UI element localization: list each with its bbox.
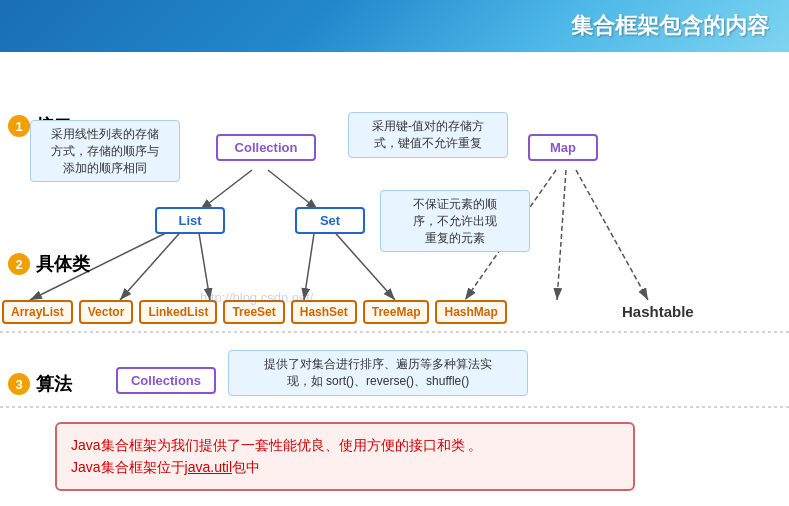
list-box: List xyxy=(155,207,225,234)
svg-line-8 xyxy=(304,227,315,300)
impl-vector: Vector xyxy=(79,300,134,324)
tooltip-set: 不保证元素的顺序，不允许出现重复的元素 xyxy=(380,190,530,252)
info-line2: Java集合框架位于java.util包中 xyxy=(71,456,619,478)
collections-box: Collections xyxy=(116,367,216,394)
tooltip-map: 采用键-值对的存储方式，键值不允许重复 xyxy=(348,112,508,158)
tooltip-set-text: 不保证元素的顺序，不允许出现重复的元素 xyxy=(413,197,497,245)
svg-line-3 xyxy=(200,170,252,210)
svg-line-12 xyxy=(576,170,648,300)
impl-arraylist: ArrayList xyxy=(2,300,73,324)
collection-box: Collection xyxy=(216,134,316,161)
tooltip-list-text: 采用线性列表的存储方式，存储的顺序与添加的顺序相同 xyxy=(51,127,159,175)
impl-hashmap: HashMap xyxy=(435,300,506,324)
header-title: 集合框架包含的内容 xyxy=(571,11,769,41)
tooltip-algo: 提供了对集合进行排序、遍历等多种算法实现，如 sort()、reverse()、… xyxy=(228,350,528,396)
main-content: 1 接口 采用线性列表的存储方式，存储的顺序与添加的顺序相同 Collectio… xyxy=(0,52,789,506)
svg-line-7 xyxy=(198,227,210,300)
map-box: Map xyxy=(528,134,598,161)
header: 集合框架包含的内容 xyxy=(0,0,789,52)
info-box: Java集合框架为我们提供了一套性能优良、使用方便的接口和类 。 Java集合框… xyxy=(55,422,635,491)
impl-linkedlist: LinkedList xyxy=(139,300,217,324)
svg-line-6 xyxy=(120,227,185,300)
tooltip-map-text: 采用键-值对的存储方式，键值不允许重复 xyxy=(372,119,484,150)
impl-hashtable: Hashtable xyxy=(622,300,694,323)
info-line2-suffix: 包中 xyxy=(232,459,260,475)
impl-treeset: TreeSet xyxy=(223,300,284,324)
section-3-text: 算法 xyxy=(36,372,72,396)
section-3-label: 3 算法 xyxy=(8,372,72,396)
implementations-row: ArrayList Vector LinkedList TreeSet Hash… xyxy=(2,300,507,324)
tooltip-algo-text: 提供了对集合进行排序、遍历等多种算法实现，如 sort()、reverse()、… xyxy=(264,357,492,388)
impl-hashset: HashSet xyxy=(291,300,357,324)
section-2-text: 具体类 xyxy=(36,252,90,276)
impl-treemap: TreeMap xyxy=(363,300,430,324)
info-line2-link: java.util xyxy=(185,459,232,475)
svg-line-4 xyxy=(268,170,318,210)
tooltip-list: 采用线性列表的存储方式，存储的顺序与添加的顺序相同 xyxy=(30,120,180,182)
section-3-num: 3 xyxy=(8,373,30,395)
svg-line-11 xyxy=(557,170,566,300)
info-line1: Java集合框架为我们提供了一套性能优良、使用方便的接口和类 。 xyxy=(71,434,619,456)
section-1-num: 1 xyxy=(8,115,30,137)
set-box: Set xyxy=(295,207,365,234)
info-line2-prefix: Java集合框架位于 xyxy=(71,459,185,475)
section-2-num: 2 xyxy=(8,253,30,275)
section-2-label: 2 具体类 xyxy=(8,252,90,276)
